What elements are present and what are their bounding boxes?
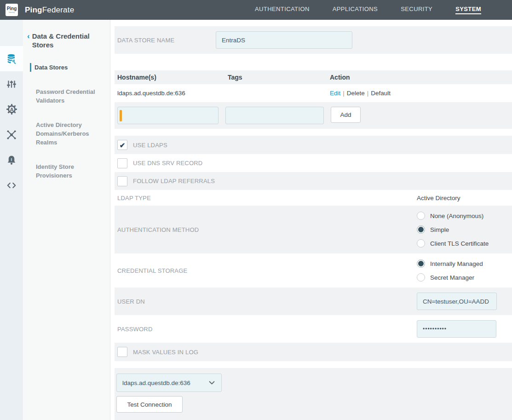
radio-label: Simple	[430, 226, 449, 233]
rail-item-data-stores[interactable]	[0, 46, 23, 71]
hostnames-table-header: Hostname(s) Tags Action	[115, 70, 512, 84]
code-icon	[6, 180, 17, 191]
database-key-icon	[6, 53, 17, 64]
svg-text:A: A	[10, 107, 13, 112]
use-ldaps-checkbox[interactable]	[117, 140, 127, 150]
radio-option-secret-manager[interactable]: Secret Manager	[417, 273, 483, 282]
app-title: PingFederate	[25, 6, 74, 15]
follow-ldap-referrals-row: FOLLOW LDAP REFERRALS	[115, 172, 512, 190]
radio-option-internally-managed[interactable]: Internally Managed	[417, 259, 483, 268]
use-ldaps-row: USE LDAPS	[115, 136, 512, 154]
password-input[interactable]	[417, 320, 496, 338]
data-store-name-row: DATA STORE NAME	[115, 26, 512, 54]
new-tags-input[interactable]	[225, 107, 324, 124]
primary-nav: AUTHENTICATION APPLICATIONS SECURITY SYS…	[255, 6, 481, 14]
hostname-table-row: ldaps.ad.questdb.de:636 Edit|Delete|Defa…	[115, 84, 512, 102]
sidebar-item-data-stores[interactable]: Data Stores	[30, 63, 105, 72]
add-button[interactable]: Add	[331, 107, 361, 123]
test-connection-button[interactable]: Test Connection	[116, 396, 183, 413]
nav-item-security[interactable]: SECURITY	[401, 6, 432, 14]
nav-item-system[interactable]: SYSTEM	[455, 6, 481, 14]
ping-logo[interactable]: Ping Identity	[6, 4, 18, 16]
radio-label: Internally Managed	[430, 260, 483, 267]
column-header-action: Action	[330, 74, 512, 81]
back-chevron-icon[interactable]: ‹	[27, 32, 30, 49]
edit-link[interactable]: Edit	[330, 90, 340, 97]
app-title-light: Federate	[42, 6, 75, 14]
icon-rail: A	[0, 20, 23, 420]
default-link[interactable]: Default	[371, 90, 391, 97]
text-cursor-indicator	[120, 110, 122, 121]
radio-icon-selected[interactable]	[417, 225, 425, 234]
delete-link[interactable]: Delete	[347, 90, 365, 97]
radio-icon-selected[interactable]	[417, 259, 425, 268]
sidebar: ‹ Data & Credential Stores Data Stores P…	[23, 20, 110, 420]
action-cell: Edit|Delete|Default	[330, 90, 512, 97]
main-content: DATA STORE NAME Hostname(s) Tags Action …	[110, 20, 512, 420]
password-label: PASSWORD	[117, 326, 152, 333]
hostname-cell: ldaps.ad.questdb.de:636	[117, 90, 228, 97]
follow-ldap-referrals-checkbox[interactable]	[117, 176, 127, 186]
rail-item-server-configuration[interactable]	[0, 71, 23, 97]
credential-storage-options: Internally Managed Secret Manager	[417, 253, 483, 288]
topbar: Ping Identity PingFederate AUTHENTICATIO…	[0, 0, 512, 20]
radio-icon[interactable]	[417, 273, 425, 282]
mask-values-checkbox[interactable]	[117, 347, 127, 357]
rail-item-oauth-playground[interactable]	[0, 173, 23, 198]
ldap-type-value: Active Directory	[417, 195, 460, 201]
radio-label: Client TLS Certificate	[430, 240, 489, 247]
data-store-name-label: DATA STORE NAME	[117, 37, 174, 44]
credential-storage-row: CREDENTIAL STORAGE Internally Managed Se…	[115, 253, 512, 288]
hostname-select-value: ldaps.ad.questdb.de:636	[122, 380, 190, 386]
ldap-type-row: LDAP TYPE Active Directory	[115, 190, 512, 206]
sidebar-title: Data & Credential Stores	[32, 32, 99, 49]
test-connection-section: ldaps.ad.questdb.de:636 Test Connection	[115, 368, 512, 420]
network-icon	[6, 129, 17, 140]
sidebar-item-identity-store-provisioners[interactable]: Identity Store Provisioners	[30, 162, 105, 180]
authentication-method-row: AUTHENTICATION METHOD None (Anonymous) S…	[115, 206, 512, 253]
rail-item-monitoring-alerts[interactable]: !	[0, 147, 23, 173]
use-dns-srv-checkbox[interactable]	[117, 158, 127, 168]
ping-logo-text: Ping	[7, 6, 17, 11]
radio-label: None (Anonymous)	[430, 213, 483, 219]
column-header-tags: Tags	[228, 74, 330, 81]
hostname-select[interactable]: ldaps.ad.questdb.de:636	[116, 374, 222, 392]
follow-ldap-referrals-label: FOLLOW LDAP REFERRALS	[133, 178, 215, 184]
rail-item-protocol-metadata[interactable]	[0, 122, 23, 147]
user-dn-label: USER DN	[117, 298, 145, 305]
password-row: PASSWORD	[115, 315, 512, 343]
column-header-hostname: Hostname(s)	[117, 74, 228, 81]
svg-text:!: !	[11, 156, 12, 161]
credential-storage-label: CREDENTIAL STORAGE	[117, 267, 187, 274]
sidebar-item-password-credential-validators[interactable]: Password Credential Validators	[30, 87, 105, 105]
icon-rail-spacer	[0, 20, 23, 46]
use-dns-srv-row: USE DNS SRV RECORD	[115, 154, 512, 172]
sidebar-item-ad-domains-kerberos-realms[interactable]: Active Directory Domains/Kerberos Realms	[30, 121, 105, 147]
action-separator: |	[340, 90, 347, 97]
use-dns-srv-label: USE DNS SRV RECORD	[133, 160, 202, 167]
app-title-bold: Ping	[25, 6, 42, 14]
authentication-method-options: None (Anonymous) Simple Client TLS Certi…	[417, 206, 489, 253]
sliders-icon	[6, 79, 17, 90]
use-ldaps-label: USE LDAPS	[133, 142, 167, 149]
ping-logo-subtext: Identity	[9, 11, 15, 13]
gear-a-icon: A	[6, 104, 17, 115]
radio-icon[interactable]	[417, 212, 425, 220]
chevron-down-icon	[209, 381, 215, 385]
radio-option-client-tls-certificate[interactable]: Client TLS Certificate	[417, 239, 489, 247]
mask-values-row: MASK VALUES IN LOG	[115, 343, 512, 361]
radio-option-none-anonymous[interactable]: None (Anonymous)	[417, 212, 489, 220]
radio-icon[interactable]	[417, 239, 425, 247]
radio-option-simple[interactable]: Simple	[417, 225, 489, 234]
new-hostname-input[interactable]	[117, 107, 219, 124]
ldap-type-label: LDAP TYPE	[117, 195, 151, 201]
nav-item-authentication[interactable]: AUTHENTICATION	[255, 6, 310, 14]
action-separator: |	[365, 90, 371, 97]
rail-item-admin-settings[interactable]: A	[0, 97, 23, 122]
mask-values-label: MASK VALUES IN LOG	[133, 349, 198, 356]
bell-alert-icon: !	[6, 155, 17, 166]
data-store-name-input[interactable]	[216, 31, 352, 49]
nav-item-applications[interactable]: APPLICATIONS	[333, 6, 378, 14]
add-hostname-row: Add	[115, 102, 512, 129]
user-dn-input[interactable]	[417, 293, 497, 310]
